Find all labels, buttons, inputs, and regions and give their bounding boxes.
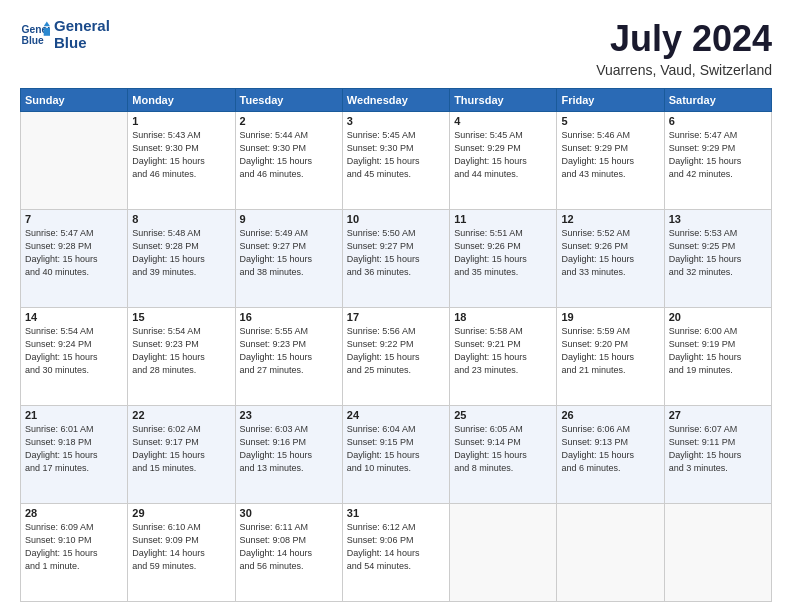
- col-friday: Friday: [557, 89, 664, 112]
- day-number: 7: [25, 213, 123, 225]
- table-row: 3Sunrise: 5:45 AMSunset: 9:30 PMDaylight…: [342, 112, 449, 210]
- day-number: 16: [240, 311, 338, 323]
- day-number: 20: [669, 311, 767, 323]
- day-info: Sunrise: 6:11 AMSunset: 9:08 PMDaylight:…: [240, 521, 338, 573]
- day-number: 27: [669, 409, 767, 421]
- calendar: Sunday Monday Tuesday Wednesday Thursday…: [20, 88, 772, 602]
- day-number: 9: [240, 213, 338, 225]
- day-number: 21: [25, 409, 123, 421]
- day-number: 30: [240, 507, 338, 519]
- table-row: [21, 112, 128, 210]
- day-info: Sunrise: 6:12 AMSunset: 9:06 PMDaylight:…: [347, 521, 445, 573]
- day-number: 12: [561, 213, 659, 225]
- day-info: Sunrise: 6:00 AMSunset: 9:19 PMDaylight:…: [669, 325, 767, 377]
- table-row: 2Sunrise: 5:44 AMSunset: 9:30 PMDaylight…: [235, 112, 342, 210]
- title-block: July 2024 Vuarrens, Vaud, Switzerland: [596, 18, 772, 78]
- day-info: Sunrise: 5:54 AMSunset: 9:23 PMDaylight:…: [132, 325, 230, 377]
- day-info: Sunrise: 5:48 AMSunset: 9:28 PMDaylight:…: [132, 227, 230, 279]
- logo-text-line1: General: [54, 18, 110, 35]
- day-number: 29: [132, 507, 230, 519]
- day-number: 11: [454, 213, 552, 225]
- table-row: 15Sunrise: 5:54 AMSunset: 9:23 PMDayligh…: [128, 308, 235, 406]
- table-row: 18Sunrise: 5:58 AMSunset: 9:21 PMDayligh…: [450, 308, 557, 406]
- day-number: 19: [561, 311, 659, 323]
- day-number: 26: [561, 409, 659, 421]
- table-row: 14Sunrise: 5:54 AMSunset: 9:24 PMDayligh…: [21, 308, 128, 406]
- table-row: 16Sunrise: 5:55 AMSunset: 9:23 PMDayligh…: [235, 308, 342, 406]
- day-number: 4: [454, 115, 552, 127]
- day-number: 2: [240, 115, 338, 127]
- table-row: [557, 504, 664, 602]
- day-number: 14: [25, 311, 123, 323]
- day-info: Sunrise: 6:03 AMSunset: 9:16 PMDaylight:…: [240, 423, 338, 475]
- day-info: Sunrise: 6:04 AMSunset: 9:15 PMDaylight:…: [347, 423, 445, 475]
- day-number: 22: [132, 409, 230, 421]
- table-row: 8Sunrise: 5:48 AMSunset: 9:28 PMDaylight…: [128, 210, 235, 308]
- table-row: 17Sunrise: 5:56 AMSunset: 9:22 PMDayligh…: [342, 308, 449, 406]
- table-row: 9Sunrise: 5:49 AMSunset: 9:27 PMDaylight…: [235, 210, 342, 308]
- table-row: 5Sunrise: 5:46 AMSunset: 9:29 PMDaylight…: [557, 112, 664, 210]
- col-tuesday: Tuesday: [235, 89, 342, 112]
- table-row: 13Sunrise: 5:53 AMSunset: 9:25 PMDayligh…: [664, 210, 771, 308]
- day-number: 10: [347, 213, 445, 225]
- day-number: 15: [132, 311, 230, 323]
- day-info: Sunrise: 5:46 AMSunset: 9:29 PMDaylight:…: [561, 129, 659, 181]
- day-info: Sunrise: 5:51 AMSunset: 9:26 PMDaylight:…: [454, 227, 552, 279]
- day-info: Sunrise: 5:54 AMSunset: 9:24 PMDaylight:…: [25, 325, 123, 377]
- table-row: 10Sunrise: 5:50 AMSunset: 9:27 PMDayligh…: [342, 210, 449, 308]
- subtitle: Vuarrens, Vaud, Switzerland: [596, 62, 772, 78]
- day-info: Sunrise: 5:59 AMSunset: 9:20 PMDaylight:…: [561, 325, 659, 377]
- logo: General Blue General Blue: [20, 18, 110, 51]
- day-info: Sunrise: 5:47 AMSunset: 9:28 PMDaylight:…: [25, 227, 123, 279]
- day-number: 5: [561, 115, 659, 127]
- table-row: 26Sunrise: 6:06 AMSunset: 9:13 PMDayligh…: [557, 406, 664, 504]
- day-number: 3: [347, 115, 445, 127]
- day-info: Sunrise: 6:02 AMSunset: 9:17 PMDaylight:…: [132, 423, 230, 475]
- table-row: 30Sunrise: 6:11 AMSunset: 9:08 PMDayligh…: [235, 504, 342, 602]
- day-info: Sunrise: 5:53 AMSunset: 9:25 PMDaylight:…: [669, 227, 767, 279]
- calendar-week-row: 28Sunrise: 6:09 AMSunset: 9:10 PMDayligh…: [21, 504, 772, 602]
- day-number: 23: [240, 409, 338, 421]
- day-number: 6: [669, 115, 767, 127]
- table-row: 11Sunrise: 5:51 AMSunset: 9:26 PMDayligh…: [450, 210, 557, 308]
- day-number: 31: [347, 507, 445, 519]
- table-row: 22Sunrise: 6:02 AMSunset: 9:17 PMDayligh…: [128, 406, 235, 504]
- table-row: 27Sunrise: 6:07 AMSunset: 9:11 PMDayligh…: [664, 406, 771, 504]
- day-info: Sunrise: 6:09 AMSunset: 9:10 PMDaylight:…: [25, 521, 123, 573]
- day-number: 1: [132, 115, 230, 127]
- table-row: 29Sunrise: 6:10 AMSunset: 9:09 PMDayligh…: [128, 504, 235, 602]
- calendar-header-row: Sunday Monday Tuesday Wednesday Thursday…: [21, 89, 772, 112]
- calendar-week-row: 1Sunrise: 5:43 AMSunset: 9:30 PMDaylight…: [21, 112, 772, 210]
- col-saturday: Saturday: [664, 89, 771, 112]
- header: General Blue General Blue July 2024 Vuar…: [20, 18, 772, 78]
- day-number: 18: [454, 311, 552, 323]
- table-row: 28Sunrise: 6:09 AMSunset: 9:10 PMDayligh…: [21, 504, 128, 602]
- day-info: Sunrise: 6:07 AMSunset: 9:11 PMDaylight:…: [669, 423, 767, 475]
- col-thursday: Thursday: [450, 89, 557, 112]
- table-row: 23Sunrise: 6:03 AMSunset: 9:16 PMDayligh…: [235, 406, 342, 504]
- table-row: 7Sunrise: 5:47 AMSunset: 9:28 PMDaylight…: [21, 210, 128, 308]
- day-info: Sunrise: 5:47 AMSunset: 9:29 PMDaylight:…: [669, 129, 767, 181]
- calendar-week-row: 14Sunrise: 5:54 AMSunset: 9:24 PMDayligh…: [21, 308, 772, 406]
- table-row: 12Sunrise: 5:52 AMSunset: 9:26 PMDayligh…: [557, 210, 664, 308]
- table-row: [664, 504, 771, 602]
- day-info: Sunrise: 5:55 AMSunset: 9:23 PMDaylight:…: [240, 325, 338, 377]
- day-number: 13: [669, 213, 767, 225]
- svg-marker-3: [44, 27, 50, 35]
- day-number: 28: [25, 507, 123, 519]
- day-info: Sunrise: 5:50 AMSunset: 9:27 PMDaylight:…: [347, 227, 445, 279]
- calendar-week-row: 21Sunrise: 6:01 AMSunset: 9:18 PMDayligh…: [21, 406, 772, 504]
- table-row: 25Sunrise: 6:05 AMSunset: 9:14 PMDayligh…: [450, 406, 557, 504]
- day-info: Sunrise: 5:45 AMSunset: 9:29 PMDaylight:…: [454, 129, 552, 181]
- col-wednesday: Wednesday: [342, 89, 449, 112]
- calendar-week-row: 7Sunrise: 5:47 AMSunset: 9:28 PMDaylight…: [21, 210, 772, 308]
- svg-text:Blue: Blue: [22, 34, 45, 45]
- table-row: [450, 504, 557, 602]
- day-info: Sunrise: 5:52 AMSunset: 9:26 PMDaylight:…: [561, 227, 659, 279]
- day-info: Sunrise: 5:49 AMSunset: 9:27 PMDaylight:…: [240, 227, 338, 279]
- table-row: 4Sunrise: 5:45 AMSunset: 9:29 PMDaylight…: [450, 112, 557, 210]
- table-row: 24Sunrise: 6:04 AMSunset: 9:15 PMDayligh…: [342, 406, 449, 504]
- day-number: 25: [454, 409, 552, 421]
- day-number: 8: [132, 213, 230, 225]
- col-sunday: Sunday: [21, 89, 128, 112]
